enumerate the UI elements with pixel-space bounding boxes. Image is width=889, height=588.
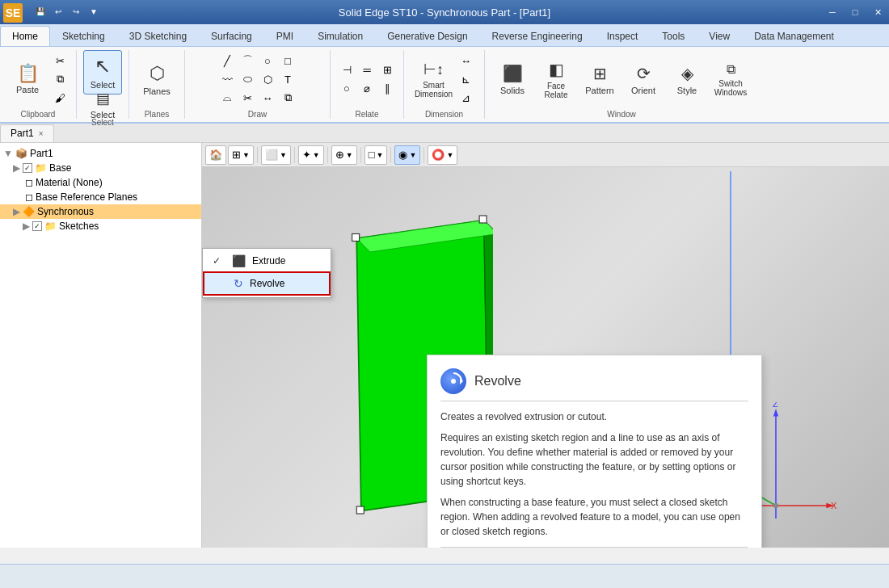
spline-button[interactable]: 〰 — [217, 70, 237, 88]
tab-pmi[interactable]: PMI — [264, 26, 305, 46]
description2: Requires an existing sketch region and a… — [440, 430, 748, 489]
solids-button[interactable]: ⬛ Solids — [491, 52, 533, 107]
style-icon: ◈ — [681, 64, 693, 83]
fillet-button[interactable]: ⌓ — [217, 89, 237, 107]
tab-simulation[interactable]: Simulation — [305, 26, 375, 46]
extrude-menu-item[interactable]: ✓ ⬛ Extrude — [203, 250, 331, 271]
relate-btn1[interactable]: ⊣ — [337, 61, 356, 79]
extrude-icon: ⬛ — [232, 254, 246, 267]
trim-button[interactable]: ✂ — [238, 89, 257, 107]
orient-button[interactable]: ⟳ Orient — [622, 52, 664, 107]
revolve-menu-item[interactable]: ↻ Revolve — [203, 271, 331, 296]
face-relate-button[interactable]: ◧ FaceRelate — [535, 52, 577, 107]
select-buttons: ↖ Select ▤ Select — [83, 50, 122, 116]
relate-btn6[interactable]: ∥ — [377, 80, 397, 98]
revolve-popup-icon — [440, 368, 466, 394]
redo-button[interactable]: ↪ — [68, 3, 84, 19]
tab-tools[interactable]: Tools — [650, 26, 697, 46]
extrude-checkmark: ✓ — [213, 255, 225, 267]
tab-reverse-engineering[interactable]: Reverse Engineering — [480, 26, 595, 46]
solids-buttons: ⬛ Solids ◧ FaceRelate ⊞ Pattern ⟳ Orient… — [491, 50, 752, 108]
nav-item-base-planes[interactable]: ◻ Base Reference Planes — [0, 190, 201, 204]
rect-button[interactable]: □ — [278, 52, 297, 69]
close-button[interactable]: ✕ — [866, 0, 889, 24]
tab-inspect[interactable]: Inspect — [595, 26, 651, 46]
orient-icon: ⟳ — [637, 64, 651, 83]
ribbon: 📋 Paste ✂ ⧉ 🖌 Clipboard ↖ Select ▤ Selec… — [0, 47, 889, 124]
feature-dropdown-menu[interactable]: ✓ ⬛ Extrude ↻ Revolve — [202, 248, 331, 298]
dim-btn1[interactable]: ↔ — [457, 52, 476, 69]
dim-btn2[interactable]: ⊾ — [457, 70, 476, 88]
home-view-button[interactable]: 🏠 — [205, 145, 226, 165]
planes-button[interactable]: ⬡ Planes — [136, 52, 178, 107]
ribbon-group-select: ↖ Select ▤ Select Select — [77, 50, 129, 119]
sketches-checkbox[interactable] — [32, 221, 42, 231]
tab-view[interactable]: View — [697, 26, 742, 46]
switch-windows-button[interactable]: ⧉ SwitchWindows — [710, 52, 752, 107]
sketch-display-button[interactable]: □▼ — [364, 145, 388, 165]
section-view-button[interactable]: ⊕▼ — [331, 145, 357, 165]
base-checkbox[interactable] — [23, 163, 32, 173]
doc-tab-part1[interactable]: Part1 × — [0, 124, 54, 142]
display-mode-button[interactable]: ⬜▼ — [261, 145, 291, 165]
save-button[interactable]: 💾 — [32, 3, 48, 19]
style-button[interactable]: ◈ Style — [666, 52, 708, 107]
smart-dimension-button[interactable]: ⊢↕ SmartDimension — [413, 52, 455, 107]
copy-button[interactable]: ⧉ — [50, 70, 70, 88]
nav-item-part1[interactable]: ▼ 📦 Part1 — [0, 146, 201, 161]
nav-item-material[interactable]: ◻ Material (None) — [0, 175, 201, 190]
pattern-button[interactable]: ⊞ Pattern — [579, 52, 621, 107]
minimize-button[interactable]: ─ — [821, 0, 844, 24]
view-cube-dropdown[interactable]: ⊞▼ — [228, 145, 254, 165]
smart-dimension-label: SmartDimension — [415, 81, 453, 99]
orient-view-button[interactable]: ✦▼ — [298, 145, 324, 165]
nav-item-sketches[interactable]: ▶ 📁 Sketches — [0, 219, 201, 233]
line-button[interactable]: ╱ — [217, 52, 237, 69]
doc-tab-close[interactable]: × — [39, 129, 44, 138]
select-group-label: Select — [91, 116, 114, 127]
window-controls: ─ □ ✕ — [821, 0, 889, 24]
toolbar-separator-6 — [423, 147, 424, 163]
format-paint-button[interactable]: 🖌 — [50, 89, 70, 107]
svg-point-13 — [773, 503, 778, 508]
solids-icon: ⬛ — [503, 64, 523, 83]
text-button[interactable]: T — [278, 70, 297, 88]
tab-surfacing[interactable]: Surfacing — [199, 26, 264, 46]
relate-btn2[interactable]: ═ — [357, 61, 377, 79]
ellipse-button[interactable]: ⬭ — [238, 70, 257, 88]
maximize-button[interactable]: □ — [844, 0, 866, 24]
tab-generative-design[interactable]: Generative Design — [375, 26, 479, 46]
circle-button[interactable]: ○ — [258, 52, 277, 69]
select2-button[interactable]: ▤ Select — [83, 72, 122, 116]
undo-button[interactable]: ↩ — [50, 3, 66, 19]
navigator-panel: ▼ 📦 Part1 ▶ 📁 Base ◻ Material (None) ◻ B… — [0, 143, 202, 548]
select2-icon: ▤ — [96, 90, 110, 107]
tab-data-management[interactable]: Data Management — [742, 26, 846, 46]
paste-label: Paste — [16, 85, 39, 94]
additional-view-button[interactable]: ⭕▼ — [428, 145, 457, 165]
relate-btn4[interactable]: ○ — [337, 80, 356, 98]
nav-item-synchronous[interactable]: ▶ 🔶 Synchronous — [0, 204, 201, 219]
relate-btn5[interactable]: ⌀ — [357, 80, 377, 98]
extend-button[interactable]: ↔ — [258, 89, 277, 107]
revolve-label: Revolve — [250, 278, 284, 289]
paste-button[interactable]: 📋 Paste — [6, 52, 48, 107]
dim-btn3[interactable]: ⊿ — [457, 89, 476, 107]
tab-3d-sketching[interactable]: 3D Sketching — [117, 26, 199, 46]
arc-button[interactable]: ⌒ — [238, 52, 257, 69]
tab-sketching[interactable]: Sketching — [50, 26, 117, 46]
nav-item-base[interactable]: ▶ 📁 Base — [0, 161, 201, 175]
relate-btn3[interactable]: ⊞ — [377, 61, 397, 79]
face-relate-label: FaceRelate — [545, 82, 568, 99]
view-display-button[interactable]: ◉▼ — [394, 145, 420, 165]
tab-home[interactable]: Home — [0, 26, 50, 46]
nav-material-label: Material (None) — [36, 177, 103, 188]
toolbar-separator-5 — [390, 147, 391, 163]
doc-tab-label: Part1 — [11, 128, 34, 139]
offset-button[interactable]: ⧉ — [278, 89, 297, 107]
customise-button[interactable]: ▼ — [86, 3, 102, 19]
dimension-group-label: Dimension — [425, 108, 463, 119]
draw-col1: ╱ ⌒ ○ □ 〰 ⬭ ⬡ T ⌓ ✂ ↔ ⧉ — [217, 52, 297, 107]
cut-button[interactable]: ✂ — [50, 52, 70, 69]
polygon-button[interactable]: ⬡ — [258, 70, 277, 88]
